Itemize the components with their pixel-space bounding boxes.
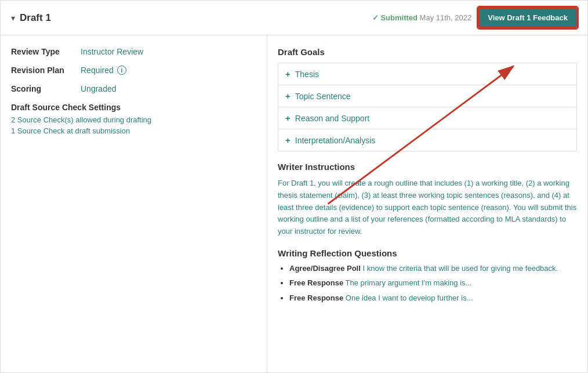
goal-item-reason[interactable]: + Reason and Support [278,107,576,129]
submitted-label: Submitted [380,13,418,22]
review-type-value: Instructor Review [81,47,143,56]
source-check-item-1: 2 Source Check(s) allowed during draftin… [11,115,256,124]
goal-label-interpretation: Interpretation/Analysis [295,136,376,145]
reflection-title: Writing Reflection Questions [278,248,577,258]
scoring-row: Scoring Ungraded [11,84,256,93]
header-right: ✓ Submitted May 11th, 2022 View Draft 1 … [372,8,577,28]
revision-plan-row: Revision Plan Required i [11,66,256,75]
draft-goals-title: Draft Goals [278,47,577,57]
chevron-icon[interactable]: ▾ [11,13,15,23]
goal-label-thesis: Thesis [295,70,319,79]
reflection-item-3: Free Response One idea I want to develop… [289,292,577,304]
reflection-list: Agree/Disagree Poll I know the criteria … [278,263,577,304]
reflection-type-1: Agree/Disagree Poll [289,264,361,273]
writer-instructions-title: Writer Instructions [278,162,577,172]
source-check-section: Draft Source Check Settings 2 Source Che… [11,103,256,135]
revision-plan-text: Required [81,66,114,75]
review-type-label: Review Type [11,47,81,56]
reflection-text-2: The primary argument I'm making is... [346,278,472,287]
writer-instructions-text: For Draft 1, you will create a rough out… [278,178,577,238]
submitted-date: May 11th, 2022 [420,13,472,22]
reflection-text-3: One idea I want to develop further is... [346,294,473,302]
goal-item-topic[interactable]: + Topic Sentence [278,85,576,107]
submitted-status: ✓ Submitted May 11th, 2022 [372,13,471,22]
right-panel: Draft Goals + Thesis + Topic Sentence + … [267,35,587,372]
source-check-item-2: 1 Source Check at draft submission [11,126,256,135]
left-panel: Review Type Instructor Review Revision P… [1,35,267,372]
revision-plan-label: Revision Plan [11,66,81,75]
goal-label-reason: Reason and Support [295,114,369,123]
plus-icon-interpretation: + [285,135,291,145]
source-check-title: Draft Source Check Settings [11,103,256,112]
scoring-label: Scoring [11,84,81,93]
header: ▾ Draft 1 ✓ Submitted May 11th, 2022 Vie… [1,1,587,35]
header-left: ▾ Draft 1 [11,12,51,24]
plus-icon-topic: + [285,91,291,101]
reflection-text-1: I know the criteria that will be used fo… [362,264,558,273]
plus-icon-thesis: + [285,69,291,79]
goal-item-thesis[interactable]: + Thesis [278,63,576,85]
revision-plan-value: Required i [81,66,126,75]
review-type-row: Review Type Instructor Review [11,47,256,56]
draft-goals-list: + Thesis + Topic Sentence + Reason and S… [278,63,577,151]
reflection-item-2: Free Response The primary argument I'm m… [289,277,577,289]
reflection-type-2: Free Response [289,278,343,287]
body: Review Type Instructor Review Revision P… [1,35,587,372]
goal-label-topic: Topic Sentence [295,92,351,101]
check-icon: ✓ [372,13,379,22]
plus-icon-reason: + [285,113,291,123]
reflection-type-3: Free Response [289,294,343,302]
scoring-value: Ungraded [81,84,117,93]
draft-title: Draft 1 [20,12,51,24]
goal-item-interpretation[interactable]: + Interpretation/Analysis [278,129,576,151]
view-feedback-button[interactable]: View Draft 1 Feedback [478,8,577,28]
main-container: ▾ Draft 1 ✓ Submitted May 11th, 2022 Vie… [0,0,588,373]
info-icon[interactable]: i [117,66,126,75]
reflection-item-1: Agree/Disagree Poll I know the criteria … [289,263,577,274]
